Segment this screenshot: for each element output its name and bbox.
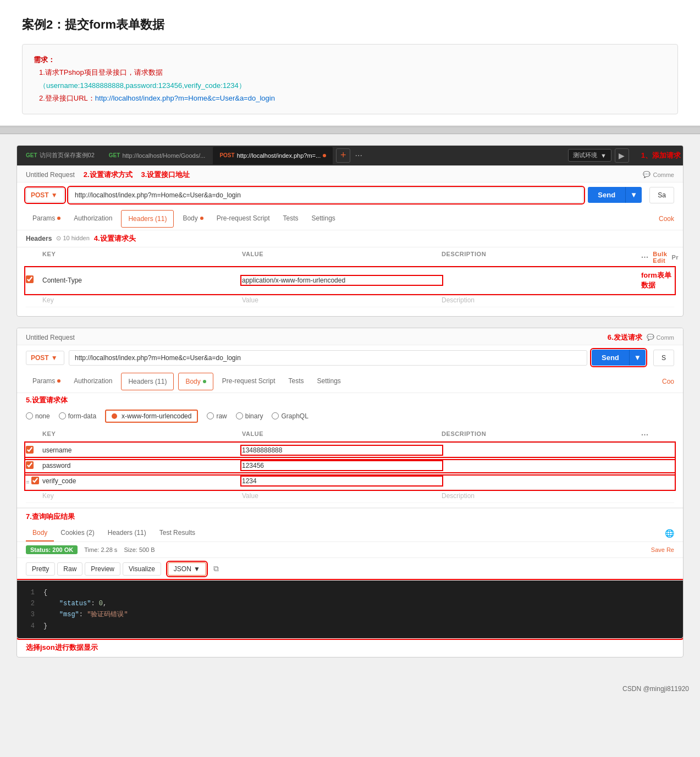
format-visualize[interactable]: Visualize [123, 562, 161, 576]
sub-tab-prerequest-1[interactable]: Pre-request Script [210, 210, 277, 228]
resp-tab-cookies[interactable]: Cookies (2) [54, 525, 101, 541]
kv-key-empty-1[interactable]: Key [42, 296, 242, 304]
params-dot-1 [57, 217, 60, 220]
status-badge: Status: 200 OK [26, 545, 78, 554]
tab-post-active[interactable]: POST http://localhost/index.php?m=... [213, 147, 333, 164]
request-name-2: Untitled Request [26, 334, 75, 341]
cookies-link-1[interactable]: Cook [659, 215, 674, 223]
kv-key-username: username [42, 446, 242, 454]
kv-value-verifycode: 1234 [242, 477, 442, 485]
format-raw[interactable]: Raw [57, 562, 82, 576]
url-input-1[interactable] [69, 187, 583, 203]
sub-tab-tests-2[interactable]: Tests [282, 373, 310, 390]
three-dots-1[interactable]: ··· [641, 253, 648, 262]
save-button-1[interactable]: Sa [649, 187, 674, 203]
radio-formdata[interactable]: form-data [59, 412, 96, 420]
postman-wrapper: GET 访问首页保存案例02 GET http://localhost/Home… [0, 134, 700, 680]
radio-selected-dot [112, 413, 117, 419]
code-line-3: 3 "msg": "验证码错误" [26, 609, 674, 620]
radio-binary[interactable]: binary [236, 412, 263, 420]
kv-value-empty-2[interactable]: Value [242, 492, 442, 500]
request-header-area-1: Untitled Request 2.设置请求方式 3.设置接口地址 💬 Com… [17, 165, 683, 183]
add-tab-button[interactable]: + [336, 148, 350, 163]
annotation-4: 4.设置请求头 [94, 234, 136, 244]
collapse-button[interactable]: ▶ [615, 148, 629, 163]
save-button-2[interactable]: S [653, 350, 674, 366]
radio-urlencoded[interactable]: x-www-form-urlencoded [105, 410, 198, 423]
env-selector[interactable]: 测试环境 ▼ [568, 149, 611, 162]
resp-tab-headers[interactable]: Headers (11) [101, 525, 153, 541]
req-line1: 1.请求TPshop项目登录接口，请求数据 [39, 66, 666, 79]
kv-key-verifycode: verify_code [42, 477, 242, 485]
kv-value-username: 13488888888 [242, 446, 442, 454]
send-button-2[interactable]: Send [592, 350, 629, 366]
url-bar-2: POST ▼ Send ▼ S [17, 345, 683, 371]
radio-none[interactable]: none [26, 412, 50, 420]
send-dropdown-1[interactable]: ▼ [625, 187, 642, 203]
annotation-1: 1、添加请求 [641, 151, 681, 161]
kv-row-2: Key Value Description [26, 294, 674, 307]
kv-value-empty-1[interactable]: Value [242, 296, 442, 304]
sub-tab-settings-1[interactable]: Settings [305, 210, 342, 228]
annotation-3: 3.设置接口地址 [141, 170, 190, 180]
checkbox-verifycode[interactable] [31, 477, 39, 484]
format-tabs-bar: Pretty Raw Preview Visualize JSON ▼ ⧉ [17, 558, 683, 581]
response-tabs: Body Cookies (2) Headers (11) Test Resul… [17, 525, 683, 542]
json-format-select[interactable]: JSON ▼ [168, 562, 206, 576]
sub-tab-params-1[interactable]: Params [26, 210, 67, 228]
kv-key-1: Content-Type [42, 277, 242, 284]
active-tab-dot [323, 154, 326, 157]
sub-tab-params-2[interactable]: Params [26, 373, 67, 390]
size-info: Size: 500 B [124, 546, 155, 553]
sub-tab-auth-1[interactable]: Authorization [67, 210, 119, 228]
comment-btn-1[interactable]: 💬 Comme [643, 171, 674, 178]
annotation-6: 6.发送请求 [608, 333, 642, 342]
method-select-1[interactable]: POST ▼ [26, 188, 64, 202]
annotation-5: 5.设置请求体 [26, 395, 68, 405]
send-btn-group-2: Send ▼ [592, 350, 646, 366]
format-preview[interactable]: Preview [85, 562, 120, 576]
checkbox-username[interactable] [26, 446, 34, 454]
sub-tab-settings-2[interactable]: Settings [311, 373, 348, 390]
kv-header-2: KEY VALUE DESCRIPTION ··· [26, 427, 674, 443]
url-input-2[interactable] [69, 350, 587, 366]
annotation-7: 7.查询响应结果 [26, 512, 75, 522]
sub-tab-prerequest-2[interactable]: Pre-request Script [216, 373, 282, 390]
send-dropdown-2[interactable]: ▼ [629, 350, 646, 366]
code-line-1: 1 { [26, 587, 674, 598]
three-dots-2[interactable]: ··· [641, 430, 648, 439]
radio-graphql[interactable]: GraphQL [272, 412, 308, 420]
checkbox-password[interactable] [26, 461, 34, 469]
save-response-btn[interactable]: Save Re [651, 546, 674, 553]
copy-button[interactable]: ⧉ [208, 561, 224, 577]
sub-tab-auth-2[interactable]: Authorization [67, 373, 119, 390]
send-button-1[interactable]: Send [588, 187, 625, 203]
sub-tab-tests-1[interactable]: Tests [276, 210, 305, 228]
headers-label-1: Headers [26, 235, 52, 242]
req-label: 需求： [34, 53, 666, 66]
global-icon: 🌐 [665, 529, 674, 538]
kv-header-1: KEY VALUE DESCRIPTION ··· Bulk Edit Pr [26, 247, 674, 268]
more-tabs-button[interactable]: ··· [351, 148, 366, 163]
sub-tab-body-2[interactable]: Body [178, 373, 213, 390]
sub-tab-headers-2[interactable]: Headers (11) [121, 373, 174, 390]
radio-raw[interactable]: raw [207, 412, 227, 420]
cookies-link-2[interactable]: Coo [662, 378, 674, 385]
format-pretty[interactable]: Pretty [26, 562, 55, 576]
kv-row-empty: Key Value Description [26, 489, 674, 503]
postman-panel-1: GET 访问首页保存案例02 GET http://localhost/Home… [16, 145, 684, 317]
headers-hidden-1: ⊙ 10 hidden [56, 235, 89, 242]
resp-tab-body[interactable]: Body [26, 525, 54, 541]
sub-tab-headers-1[interactable]: Headers (11) [121, 210, 174, 228]
method-select-2[interactable]: POST ▼ [26, 351, 64, 365]
kv-table-2: KEY VALUE DESCRIPTION ··· username 13488… [17, 427, 683, 503]
tab-get-1[interactable]: GET 访问首页保存案例02 [19, 147, 101, 164]
resp-tab-testresults[interactable]: Test Results [153, 525, 202, 541]
bulk-edit-link-1[interactable]: Bulk Edit [653, 251, 667, 264]
comment-btn-2[interactable]: 💬 Comm [647, 334, 674, 341]
tab-get-2[interactable]: GET http://localhost/Home/Goods/... [102, 147, 212, 164]
sub-tab-body-1[interactable]: Body [176, 210, 210, 228]
kv-checkbox-1[interactable] [26, 275, 34, 283]
headers-section-1: Headers ⊙ 10 hidden 4.设置请求头 [17, 230, 683, 247]
kv-key-empty-2[interactable]: Key [42, 492, 242, 500]
